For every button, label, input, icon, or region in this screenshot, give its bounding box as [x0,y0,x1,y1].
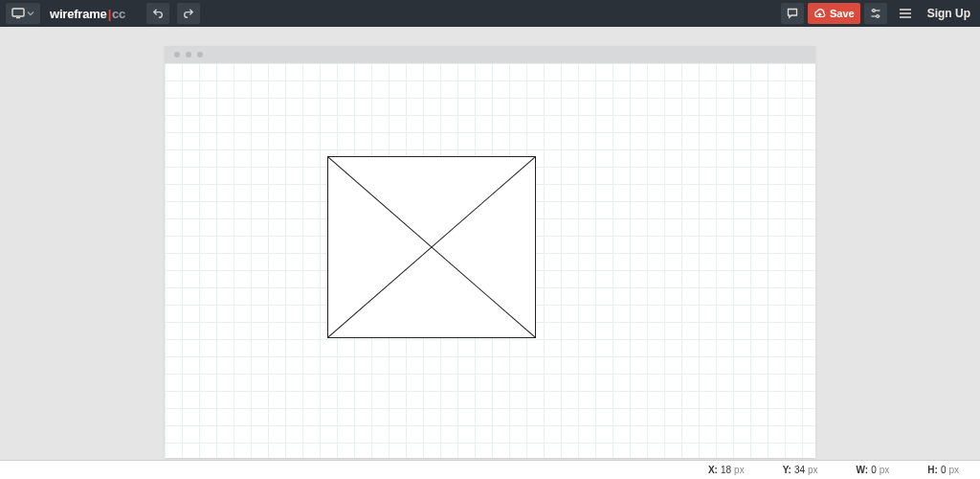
window-dot-icon [186,52,191,57]
signup-link[interactable]: Sign Up [924,3,974,24]
status-w: W: 0 px [857,465,890,475]
comment-button[interactable] [781,3,804,24]
settings-button[interactable] [864,3,887,24]
redo-icon [183,8,194,19]
brand-main: wireframe [50,7,107,21]
status-x-label: X: [708,465,718,475]
status-w-value: 0 [871,465,877,475]
statusbar: X: 18 px Y: 34 px W: 0 px H: 0 px [0,460,980,479]
status-w-unit: px [880,465,890,475]
status-h-label: H: [927,465,938,475]
save-cloud-icon [813,9,826,19]
svg-point-3 [872,10,875,12]
status-y-label: Y: [783,465,791,475]
brand-sub: cc [112,7,125,21]
workspace [0,27,980,460]
status-h-value: 0 [941,465,947,475]
browser-chrome [165,46,815,63]
status-y: Y: 34 px [783,465,818,475]
status-x-value: 18 [721,465,731,475]
status-h-unit: px [948,465,959,475]
topbar: wireframe|cc Save Sign Up [0,0,980,27]
status-x-unit: px [734,465,745,475]
window-dot-icon [197,52,203,57]
status-h: H: 0 px [927,465,959,475]
canvas[interactable] [165,63,815,458]
menu-icon [899,8,912,19]
window-dot-icon [174,52,180,57]
svg-point-5 [876,15,879,18]
device-selector[interactable] [6,3,40,24]
save-button[interactable]: Save [808,3,860,24]
sliders-icon [870,8,881,19]
status-y-unit: px [808,465,818,475]
redo-button[interactable] [177,3,200,24]
brand-sep: | [108,7,111,21]
save-label: Save [830,8,855,19]
svg-rect-0 [12,9,24,16]
menu-button[interactable] [895,3,916,24]
status-x: X: 18 px [708,465,745,475]
comment-icon [787,8,798,19]
brand-logo: wireframe|cc [50,7,125,21]
undo-icon [152,8,164,19]
svg-rect-1 [16,17,20,18]
image-placeholder[interactable] [327,156,536,338]
status-y-value: 34 [794,465,805,475]
status-w-label: W: [857,465,869,475]
browser-window [165,46,815,458]
undo-button[interactable] [146,3,169,24]
